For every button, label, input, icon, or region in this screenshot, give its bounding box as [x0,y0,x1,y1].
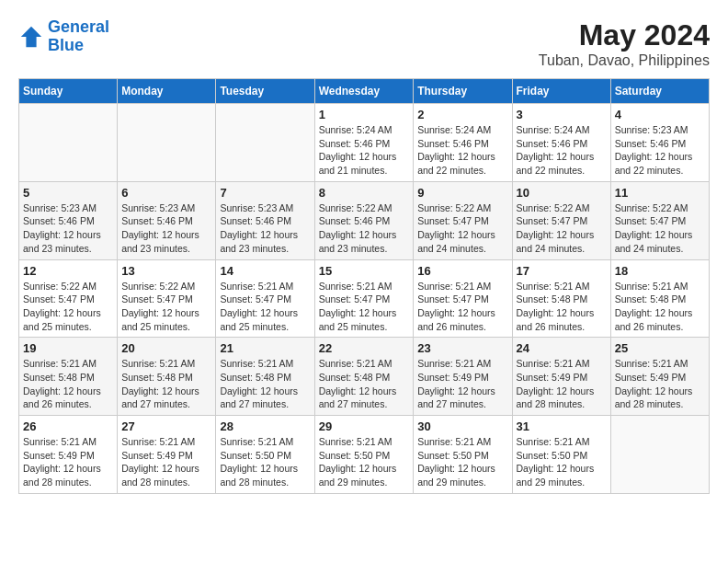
day-info: Sunrise: 5:21 AM Sunset: 5:48 PM Dayligh… [517,280,607,334]
calendar-cell: 31Sunrise: 5:21 AM Sunset: 5:50 PM Dayli… [512,416,610,494]
calendar-cell: 29Sunrise: 5:21 AM Sunset: 5:50 PM Dayli… [314,416,414,494]
day-number: 22 [319,341,410,355]
calendar-cell: 23Sunrise: 5:21 AM Sunset: 5:49 PM Dayli… [414,338,512,416]
day-number: 9 [417,186,507,200]
weekday-header: Sunday [19,79,118,104]
calendar-table: SundayMondayTuesdayWednesdayThursdayFrid… [18,78,710,494]
calendar-cell: 20Sunrise: 5:21 AM Sunset: 5:48 PM Dayli… [118,338,216,416]
day-info: Sunrise: 5:24 AM Sunset: 5:46 PM Dayligh… [417,123,507,178]
day-info: Sunrise: 5:23 AM Sunset: 5:46 PM Dayligh… [615,123,705,178]
day-number: 25 [615,341,705,355]
calendar-cell: 21Sunrise: 5:21 AM Sunset: 5:48 PM Dayli… [216,338,314,416]
day-number: 15 [319,264,410,278]
day-info: Sunrise: 5:21 AM Sunset: 5:48 PM Dayligh… [615,280,705,334]
day-number: 27 [121,419,211,433]
calendar-cell: 25Sunrise: 5:21 AM Sunset: 5:49 PM Dayli… [610,338,709,416]
day-info: Sunrise: 5:21 AM Sunset: 5:48 PM Dayligh… [319,357,410,411]
logo: General Blue [18,18,109,55]
day-number: 20 [121,341,211,355]
weekday-header: Tuesday [216,79,314,104]
day-info: Sunrise: 5:21 AM Sunset: 5:47 PM Dayligh… [417,280,507,334]
day-info: Sunrise: 5:22 AM Sunset: 5:47 PM Dayligh… [23,280,113,334]
logo-icon [18,24,44,50]
day-info: Sunrise: 5:23 AM Sunset: 5:46 PM Dayligh… [121,201,211,256]
calendar-cell: 24Sunrise: 5:21 AM Sunset: 5:49 PM Dayli… [512,338,610,416]
calendar-cell: 19Sunrise: 5:21 AM Sunset: 5:48 PM Dayli… [19,338,118,416]
day-info: Sunrise: 5:21 AM Sunset: 5:47 PM Dayligh… [220,280,310,334]
day-info: Sunrise: 5:21 AM Sunset: 5:49 PM Dayligh… [121,435,211,489]
day-number: 6 [121,186,211,200]
day-info: Sunrise: 5:21 AM Sunset: 5:49 PM Dayligh… [23,435,113,489]
calendar-cell: 16Sunrise: 5:21 AM Sunset: 5:47 PM Dayli… [414,259,512,338]
calendar-cell: 9Sunrise: 5:22 AM Sunset: 5:47 PM Daylig… [414,181,512,259]
calendar-cell: 27Sunrise: 5:21 AM Sunset: 5:49 PM Dayli… [118,416,216,494]
calendar-cell: 8Sunrise: 5:22 AM Sunset: 5:46 PM Daylig… [314,181,414,259]
calendar-cell [118,104,216,182]
calendar-subtitle: Tuban, Davao, Philippines [539,52,710,69]
day-info: Sunrise: 5:21 AM Sunset: 5:50 PM Dayligh… [417,435,507,489]
svg-marker-0 [21,27,41,47]
day-info: Sunrise: 5:22 AM Sunset: 5:47 PM Dayligh… [417,201,507,256]
day-number: 16 [417,264,507,278]
weekday-header: Thursday [414,79,512,104]
weekday-header: Monday [118,79,216,104]
day-number: 11 [615,186,705,200]
calendar-cell: 7Sunrise: 5:23 AM Sunset: 5:46 PM Daylig… [216,181,314,259]
day-number: 4 [615,108,705,121]
day-number: 31 [517,419,607,433]
calendar-week-row: 19Sunrise: 5:21 AM Sunset: 5:48 PM Dayli… [19,338,710,416]
day-info: Sunrise: 5:21 AM Sunset: 5:49 PM Dayligh… [417,357,507,411]
page-header: General Blue May 2024 Tuban, Davao, Phil… [18,18,710,69]
weekday-header-row: SundayMondayTuesdayWednesdayThursdayFrid… [19,79,710,104]
day-info: Sunrise: 5:23 AM Sunset: 5:46 PM Dayligh… [23,201,113,256]
day-number: 23 [417,341,507,355]
calendar-cell: 1Sunrise: 5:24 AM Sunset: 5:46 PM Daylig… [314,104,414,182]
calendar-cell: 5Sunrise: 5:23 AM Sunset: 5:46 PM Daylig… [19,181,118,259]
day-number: 18 [615,264,705,278]
day-number: 13 [121,264,211,278]
calendar-week-row: 1Sunrise: 5:24 AM Sunset: 5:46 PM Daylig… [19,104,710,182]
day-number: 19 [23,341,113,355]
day-number: 29 [319,419,410,433]
calendar-week-row: 12Sunrise: 5:22 AM Sunset: 5:47 PM Dayli… [19,259,710,338]
day-number: 1 [319,108,410,121]
calendar-cell: 10Sunrise: 5:22 AM Sunset: 5:47 PM Dayli… [512,181,610,259]
day-info: Sunrise: 5:22 AM Sunset: 5:46 PM Dayligh… [319,201,410,256]
calendar-cell: 6Sunrise: 5:23 AM Sunset: 5:46 PM Daylig… [118,181,216,259]
day-info: Sunrise: 5:21 AM Sunset: 5:48 PM Dayligh… [121,357,211,411]
calendar-cell: 26Sunrise: 5:21 AM Sunset: 5:49 PM Dayli… [19,416,118,494]
day-number: 12 [23,264,113,278]
calendar-cell: 12Sunrise: 5:22 AM Sunset: 5:47 PM Dayli… [19,259,118,338]
day-info: Sunrise: 5:21 AM Sunset: 5:50 PM Dayligh… [220,435,310,489]
day-number: 7 [220,186,310,200]
day-info: Sunrise: 5:21 AM Sunset: 5:48 PM Dayligh… [23,357,113,411]
logo-text: General Blue [48,18,109,55]
calendar-cell: 15Sunrise: 5:21 AM Sunset: 5:47 PM Dayli… [314,259,414,338]
day-info: Sunrise: 5:21 AM Sunset: 5:49 PM Dayligh… [615,357,705,411]
day-number: 5 [23,186,113,200]
weekday-header: Wednesday [314,79,414,104]
day-number: 14 [220,264,310,278]
day-info: Sunrise: 5:21 AM Sunset: 5:47 PM Dayligh… [319,280,410,334]
calendar-cell: 30Sunrise: 5:21 AM Sunset: 5:50 PM Dayli… [414,416,512,494]
calendar-cell: 3Sunrise: 5:24 AM Sunset: 5:46 PM Daylig… [512,104,610,182]
calendar-body: 1Sunrise: 5:24 AM Sunset: 5:46 PM Daylig… [19,104,710,494]
calendar-cell: 17Sunrise: 5:21 AM Sunset: 5:48 PM Dayli… [512,259,610,338]
calendar-week-row: 5Sunrise: 5:23 AM Sunset: 5:46 PM Daylig… [19,181,710,259]
day-info: Sunrise: 5:22 AM Sunset: 5:47 PM Dayligh… [517,201,607,256]
calendar-cell: 4Sunrise: 5:23 AM Sunset: 5:46 PM Daylig… [610,104,709,182]
day-number: 2 [417,108,507,121]
day-info: Sunrise: 5:21 AM Sunset: 5:48 PM Dayligh… [220,357,310,411]
calendar-cell: 11Sunrise: 5:22 AM Sunset: 5:47 PM Dayli… [610,181,709,259]
title-block: May 2024 Tuban, Davao, Philippines [539,18,710,69]
day-number: 28 [220,419,310,433]
calendar-cell: 13Sunrise: 5:22 AM Sunset: 5:47 PM Dayli… [118,259,216,338]
day-info: Sunrise: 5:21 AM Sunset: 5:49 PM Dayligh… [517,357,607,411]
calendar-cell: 14Sunrise: 5:21 AM Sunset: 5:47 PM Dayli… [216,259,314,338]
calendar-cell: 2Sunrise: 5:24 AM Sunset: 5:46 PM Daylig… [414,104,512,182]
day-number: 30 [417,419,507,433]
calendar-cell: 28Sunrise: 5:21 AM Sunset: 5:50 PM Dayli… [216,416,314,494]
day-number: 17 [517,264,607,278]
day-info: Sunrise: 5:21 AM Sunset: 5:50 PM Dayligh… [517,435,607,489]
day-number: 21 [220,341,310,355]
